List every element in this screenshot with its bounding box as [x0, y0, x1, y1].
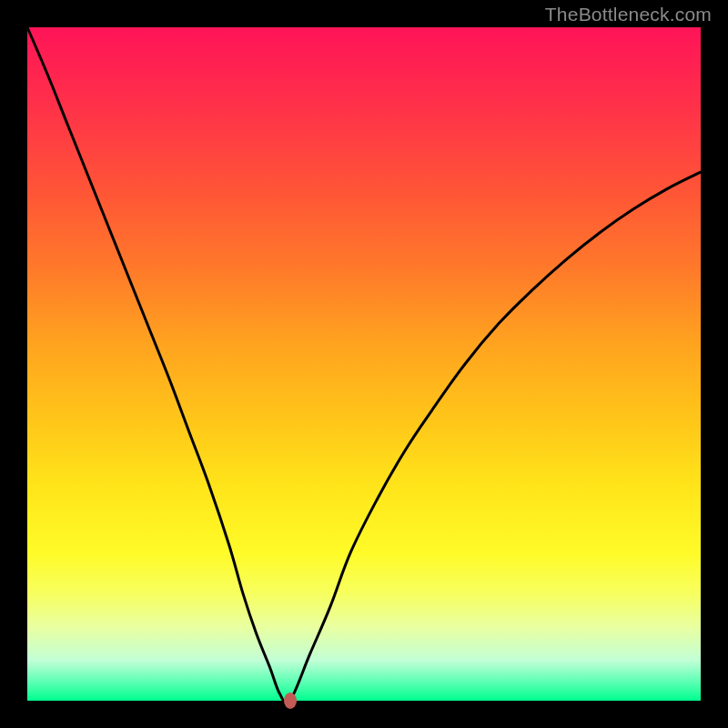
chart-frame: TheBottleneck.com	[0, 0, 728, 728]
plot-area	[27, 27, 701, 701]
bottleneck-curve-path	[27, 27, 701, 703]
watermark-text: TheBottleneck.com	[545, 4, 712, 25]
curve-minimum-marker	[284, 693, 297, 709]
curve-svg	[27, 27, 701, 701]
